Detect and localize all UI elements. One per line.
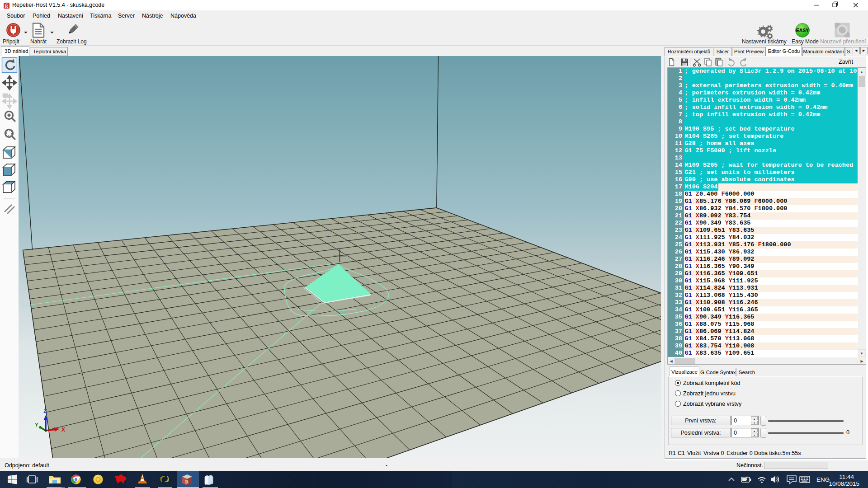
svg-text:EASY: EASY: [796, 28, 809, 33]
svg-text:ENG: ENG: [816, 476, 830, 483]
svg-text:11:44: 11:44: [839, 474, 854, 480]
svg-text:R: R: [5, 4, 8, 9]
svg-text:X: X: [61, 427, 65, 433]
svg-text:Z: Z: [43, 408, 47, 414]
svg-text:R: R: [185, 479, 189, 484]
svg-text:10/08/2015: 10/08/2015: [829, 480, 859, 487]
svg-text:Y: Y: [35, 422, 38, 427]
